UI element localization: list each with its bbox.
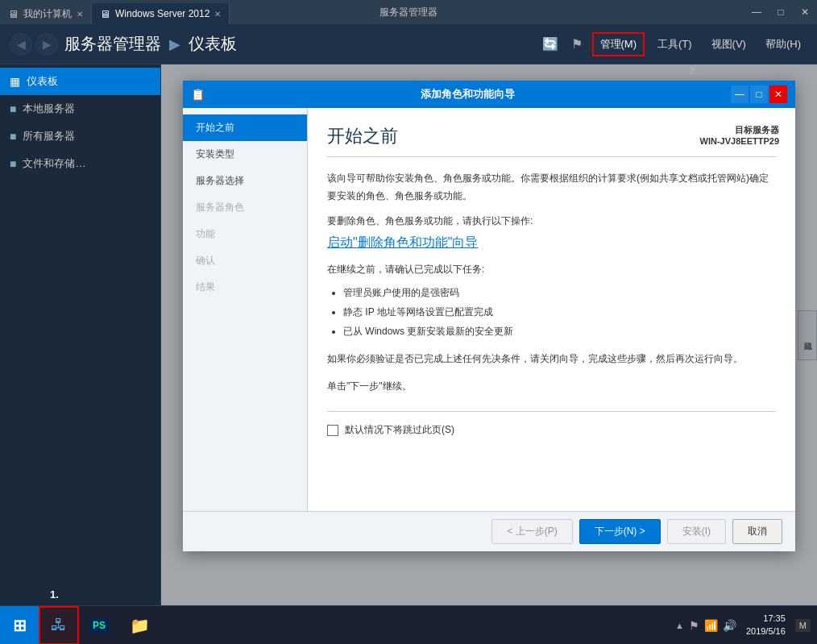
dialog-nav-install-type[interactable]: 安装类型	[183, 141, 307, 168]
taskbar-powershell[interactable]: PS	[79, 606, 119, 645]
sidebar-item-dashboard-label: 仪表板	[27, 74, 58, 89]
dialog-restore-button[interactable]: □	[750, 85, 768, 103]
restore-button[interactable]: □	[769, 0, 793, 24]
dialog-before-continue-title: 在继续之前，请确认已完成以下任务:	[327, 263, 776, 276]
files-storage-icon: ■	[10, 157, 16, 170]
sidebar-item-local-server[interactable]: ■ 本地服务器	[0, 95, 160, 123]
breadcrumb-separator: ▶	[169, 35, 180, 53]
dialog-nav-before-begin[interactable]: 开始之前	[183, 114, 307, 141]
help-menu[interactable]: 帮助(H)	[759, 34, 807, 55]
flag-icon[interactable]: ⚑	[568, 33, 586, 55]
tab-my-computer-close[interactable]: ✕	[77, 10, 83, 19]
target-server-info: 目标服务器 WIN-JVJ8EETTP29	[700, 124, 779, 146]
dialog-title-text: 添加角色和功能向导	[211, 87, 724, 102]
dialog-footer: < 上一步(P) 下一步(N) > 安装(I) 取消	[183, 511, 795, 551]
bullet-item-1: 管理员账户使用的是强密码	[343, 283, 776, 302]
tray-arrow-icon: ▲	[675, 621, 684, 630]
dialog-body: 开始之前 安装类型 服务器选择 服务器角色 功能 确认 结果 目标服务器	[183, 108, 795, 511]
dialog-title-icon: 📋	[191, 88, 205, 101]
manage-menu[interactable]: 管理(M)	[592, 32, 645, 56]
taskbar-server-manager[interactable]: 🖧	[39, 606, 79, 645]
back-button[interactable]: ◀	[10, 33, 32, 56]
sidebar: ▦ 仪表板 ■ 本地服务器 ■ 所有服务器 ■ 文件和存储…	[0, 64, 161, 605]
tools-menu[interactable]: 工具(T)	[651, 34, 699, 55]
dialog-title-bar: 📋 添加角色和功能向导 — □ ✕	[183, 81, 795, 108]
dialog-footer-note: 单击"下一步"继续。	[327, 378, 776, 396]
sidebar-item-files-storage[interactable]: ■ 文件和存储…	[0, 150, 160, 177]
dialog-add-roles: 📋 添加角色和功能向导 — □ ✕ 开始之前 安装类型	[183, 81, 795, 551]
cancel-button[interactable]: 取消	[732, 519, 782, 544]
sidebar-item-dashboard[interactable]: ▦ 仪表板	[0, 68, 160, 95]
all-servers-icon: ■	[10, 130, 16, 143]
sidebar-item-local-server-label: 本地服务器	[23, 102, 75, 116]
label-1: 1.	[50, 588, 59, 600]
bullet-item-2: 静态 IP 地址等网络设置已配置完成	[343, 302, 776, 322]
dialog-note: 如果你必须验证是否已完成上述任何先决条件，请关闭向导，完成这些步骤，然后再次运行…	[327, 351, 776, 368]
window-controls: — □ ✕	[744, 0, 817, 24]
breadcrumb-current: 仪表板	[189, 33, 237, 55]
forward-button[interactable]: ▶	[35, 33, 58, 56]
dialog-divider	[327, 156, 776, 157]
dialog-nav-result: 结果	[183, 274, 307, 301]
sidebar-item-all-servers[interactable]: ■ 所有服务器	[0, 123, 160, 150]
dialog-delete-link[interactable]: 启动"删除角色和功能"向导	[327, 235, 478, 249]
tray-date: 2019/5/16	[746, 626, 786, 636]
sidebar-item-all-servers-label: 所有服务器	[23, 129, 75, 143]
computer-icon: 🖥	[8, 8, 19, 20]
dashboard-icon: ▦	[10, 75, 20, 88]
start-button[interactable]: ⊞	[0, 606, 39, 645]
tray-flag-icon: ⚑	[689, 619, 699, 632]
install-button[interactable]: 安装(I)	[667, 519, 726, 544]
taskbar-items: 🖧 PS 📁	[39, 606, 669, 644]
dialog-nav-server-select[interactable]: 服务器选择	[183, 168, 307, 194]
dialog-minimize-button[interactable]: —	[731, 85, 749, 103]
dialog-close-button[interactable]: ✕	[769, 85, 787, 103]
dialog-delete-section: 要删除角色、角色服务或功能，请执行以下操作:	[327, 214, 776, 228]
server-manager-taskbar-icon: 🖧	[51, 616, 67, 634]
prev-button[interactable]: < 上一步(P)	[491, 519, 572, 544]
tab-windows-server[interactable]: 🖥 Windows Server 2012 ✕	[92, 3, 230, 24]
tray-volume-icon: 🔊	[723, 619, 736, 632]
tray-clock[interactable]: 17:35 2019/5/16	[746, 613, 786, 638]
dialog-window-controls: — □ ✕	[731, 85, 787, 103]
taskbar-tray: ▲ ⚑ 📶 🔊 17:35 2019/5/16 M	[669, 606, 817, 644]
dialog-nav-confirm: 确认	[183, 247, 307, 274]
minimize-button[interactable]: —	[744, 0, 769, 24]
server-manager-body: ▦ 仪表板 ■ 本地服务器 ■ 所有服务器 ■ 文件和存储… 隐藏	[0, 64, 817, 605]
tab-my-computer-label: 我的计算机	[23, 7, 72, 21]
dialog-content-area: 目标服务器 WIN-JVJ8EETTP29 开始之前 该向导可帮助你安装角色、角…	[308, 108, 795, 511]
local-server-icon: ■	[10, 102, 16, 115]
tab-windows-server-label: Windows Server 2012	[115, 8, 209, 19]
close-button[interactable]: ✕	[793, 0, 817, 24]
skip-page-checkbox[interactable]	[327, 425, 338, 436]
dialog-nav-features: 功能	[183, 221, 307, 247]
dialog-overlay: 📋 添加角色和功能向导 — □ ✕ 开始之前 安装类型	[161, 64, 817, 605]
dialog-description1: 该向导可帮助你安装角色、角色服务或功能。你需要根据组织的计算要求(例如共享文档或…	[327, 170, 776, 205]
tray-input-method[interactable]: M	[795, 619, 811, 632]
tray-icons: ▲ ⚑ 📶 🔊	[675, 619, 736, 632]
tab-windows-server-close[interactable]: ✕	[214, 10, 221, 19]
sidebar-item-files-storage-label: 文件和存储…	[23, 156, 85, 171]
dialog-bullets-list: 管理员账户使用的是强密码 静态 IP 地址等网络设置已配置完成 已从 Windo…	[327, 283, 776, 341]
view-menu[interactable]: 视图(V)	[705, 34, 753, 55]
server-manager-window: ◀ ▶ 服务器管理器 ▶ 仪表板 🔄 ⚑ 管理(M) 工具(T) 视图(V) 帮…	[0, 24, 817, 605]
breadcrumb-root[interactable]: 服务器管理器	[64, 33, 161, 55]
window-title: 服务器管理器	[379, 6, 438, 19]
toolbar-right: 🔄 ⚑ 管理(M) 工具(T) 视图(V) 帮助(H)	[539, 32, 808, 56]
taskbar: ⊞ 🖧 PS 📁 ▲ ⚑ 📶 🔊 17:35 2019/5/16 M	[0, 605, 817, 644]
main-content: 隐藏 📋 添加角色和功能向导 — □ ✕	[161, 64, 817, 605]
nav-buttons: ◀ ▶	[10, 33, 58, 56]
taskbar-explorer[interactable]: 📁	[119, 606, 160, 645]
tab-my-computer[interactable]: 🖥 我的计算机 ✕	[0, 3, 92, 24]
tabs-bar: 🖥 我的计算机 ✕ 🖥 Windows Server 2012 ✕ 服务器管理器…	[0, 0, 817, 24]
breadcrumb: 服务器管理器 ▶ 仪表板	[64, 33, 533, 55]
next-button[interactable]: 下一步(N) >	[579, 519, 661, 544]
explorer-icon: 📁	[130, 616, 150, 635]
powershell-icon: PS	[89, 618, 109, 633]
dialog-checkbox-row: 默认情况下将跳过此页(S)	[327, 411, 776, 437]
tray-time: 17:35	[763, 613, 786, 623]
tray-network-icon: 📶	[704, 619, 718, 632]
toolbar: ◀ ▶ 服务器管理器 ▶ 仪表板 🔄 ⚑ 管理(M) 工具(T) 视图(V) 帮…	[0, 24, 817, 64]
refresh-icon[interactable]: 🔄	[539, 33, 562, 55]
target-server-name: WIN-JVJ8EETTP29	[700, 136, 779, 146]
